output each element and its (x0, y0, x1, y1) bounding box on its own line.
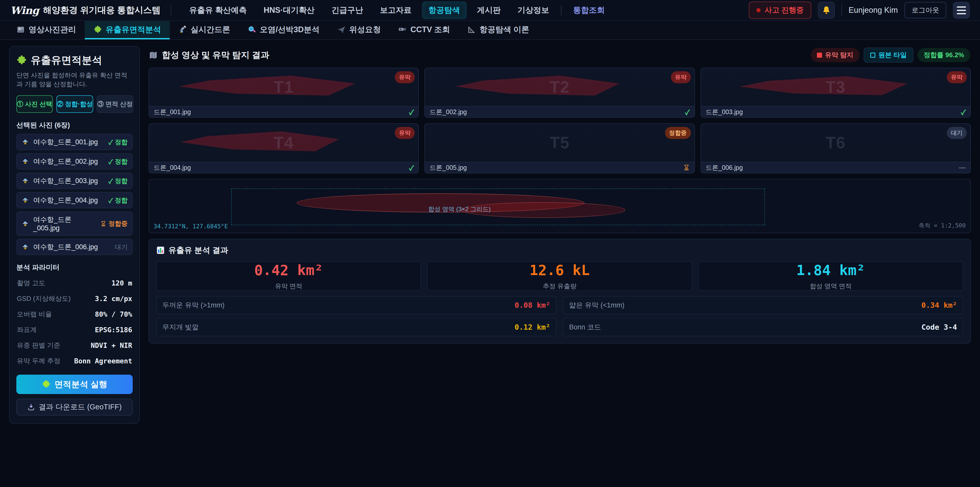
tile-filename: 드론_004.jpg (154, 163, 191, 172)
tab-realtime-drone[interactable]: 실시간드론 (170, 21, 239, 39)
tab-aerial-theory[interactable]: 항공탐색 이론 (458, 21, 538, 39)
map-icon (149, 51, 158, 60)
stat-oil-area: 0.42 km² 유막 면적 (156, 261, 421, 291)
map-scale: 축척 = 1:2,500 (919, 222, 966, 230)
tile-id: T3 (701, 68, 970, 106)
detail-grid: 두꺼운 유막 (>1mm) 0.08 km² 얇은 유막 (<1mm) 0.34… (156, 296, 963, 336)
tab-pollution-3d[interactable]: 오염/선박3D분석 (239, 21, 328, 39)
tile-bar: 드론_003.jpg ✓ (701, 106, 970, 117)
photo-filename: 여수항_드론_001.jpg (33, 137, 104, 147)
stat-cards: 0.42 km² 유막 면적 12.6 kL 추정 유출량 1.84 km² 합… (156, 261, 963, 291)
sidebar-title: 유출유면적분석 (30, 53, 102, 67)
step-select-photos[interactable]: ① 사진 선택 (16, 95, 53, 113)
filled-square-icon (817, 53, 822, 58)
logout-button[interactable]: 로그아웃 (904, 2, 946, 18)
menu-item-oil-spread[interactable]: 유출유 확산예측 (183, 1, 253, 19)
notifications-button[interactable] (818, 2, 835, 19)
menu-item-hns[interactable]: HNS·대기확산 (257, 1, 321, 19)
param-label: GSD (지상해상도) (17, 294, 71, 303)
tile-image: T5 정합중 (425, 124, 694, 162)
tab-oil-area-analysis[interactable]: 유출유면적분석 (85, 21, 170, 39)
composite-map-panel: 합성 영역 (3×2 그리드) 34.7312°N, 127.6845°E 축척… (148, 179, 971, 233)
photo-filename: 여수항_드론_005.jpg (33, 215, 96, 232)
detail-value: 0.34 km² (921, 301, 957, 310)
photo-filename: 여수항_드론_004.jpg (33, 196, 104, 205)
photo-list-item[interactable]: 여수항_드론_005.jpg 정합중 (16, 211, 133, 236)
photo-status: ✓정합 (108, 137, 127, 147)
tile-id: T2 (425, 68, 694, 106)
incident-dot-icon (756, 8, 760, 12)
tab-cctv[interactable]: CCTV 조회 (390, 21, 458, 39)
legend-source-tile: 원본 타일 (864, 48, 913, 62)
hourglass-icon (683, 164, 690, 171)
tile-status-check: ✓ (685, 107, 690, 117)
drone-icon (21, 243, 29, 251)
puzzle-icon (94, 25, 102, 34)
menu-item-reports[interactable]: 보고자료 (373, 1, 418, 19)
tile-status-check: ✓ (961, 107, 966, 117)
hamburger-icon (957, 6, 966, 14)
detail-thin-slick: 얇은 유막 (<1mm) 0.34 km² (563, 296, 963, 315)
menu-item-weather[interactable]: 기상정보 (511, 1, 556, 19)
legend-match-rate: 정합률 96.2% (918, 48, 970, 62)
tile-id: T1 (149, 68, 418, 106)
incident-status-badge: 사고 진행중 (749, 2, 811, 19)
navbar-right: 사고 진행중 Eunjeong Kim 로그아웃 (749, 2, 970, 19)
step-align-composite[interactable]: ② 정합·합성 (56, 95, 93, 113)
photo-list-item[interactable]: 여수항_드론_006.jpg 대기 (16, 239, 133, 255)
param-row: 오버랩 비율 80% / 70% (16, 307, 133, 321)
legend: 유막 탐지 원본 타일 정합률 96.2% (811, 48, 970, 62)
menu-item-aerial-search[interactable]: 항공탐색 (422, 1, 467, 19)
photo-list-item[interactable]: 여수항_드론_003.jpg ✓정합 (16, 172, 133, 189)
step-area-estimation[interactable]: ③ 면적 산정 (97, 95, 133, 113)
tile-badge: 유막 (947, 71, 967, 83)
download-result-button[interactable]: 결과 다운로드 (GeoTIFF) (16, 399, 133, 415)
tile-t3[interactable]: T3 유막 드론_003.jpg ✓ (700, 68, 971, 118)
tab-photo-management[interactable]: 영상사진관리 (8, 21, 85, 39)
menu-item-rescue[interactable]: 긴급구난 (325, 1, 370, 19)
tile-image: T2 유막 (425, 68, 694, 106)
params-title: 분석 파라미터 (16, 263, 133, 272)
param-value: Bonn Agreement (74, 357, 132, 365)
main-panel: 합성 영상 및 유막 탐지 결과 유막 탐지 원본 타일 정합률 96.2% T… (148, 46, 971, 343)
results-title-row: 유출유 분석 결과 (156, 245, 963, 255)
composite-area-label: 합성 영역 (3×2 그리드) (428, 205, 491, 213)
tile-filename: 드론_005.jpg (430, 163, 467, 172)
detail-rainbow-sheen: 무지개 빛깔 0.12 km² (156, 318, 556, 336)
detail-label: Bonn 코드 (569, 323, 601, 332)
tile-filename: 드론_003.jpg (706, 108, 743, 116)
tile-t5[interactable]: T5 정합중 드론_005.jpg (425, 123, 695, 173)
param-row: 촬영 고도 120 m (16, 276, 133, 290)
run-analysis-button[interactable]: 면적분석 실행 (16, 375, 133, 394)
tile-t1[interactable]: T1 유막 드론_001.jpg ✓ (148, 68, 419, 118)
check-icon: ✓ (108, 157, 113, 166)
menu-item-board[interactable]: 게시판 (470, 1, 508, 19)
check-icon: ✓ (108, 196, 113, 205)
detail-label: 무지개 빛깔 (162, 323, 199, 332)
analysis-sidebar: 유출유면적분석 단면 사진을 합성하여 유출유 확산 면적과 기름 양을 산정합… (9, 46, 140, 424)
tile-badge: 유막 (395, 71, 415, 83)
tile-badge: 대기 (947, 127, 967, 139)
photo-list-item[interactable]: 여수항_드론_004.jpg ✓정합 (16, 192, 133, 208)
tile-t4[interactable]: T4 유막 드론_004.jpg ✓ (148, 123, 419, 173)
ruler-icon (467, 25, 476, 34)
tile-filename: 드론_006.jpg (706, 163, 743, 172)
photo-list-item[interactable]: 여수항_드론_002.jpg ✓정합 (16, 153, 133, 169)
tab-satellite-request[interactable]: 위성요청 (328, 21, 390, 39)
sidebar-title-row: 유출유면적분석 (16, 53, 133, 67)
tile-t2[interactable]: T2 유막 드론_002.jpg ✓ (425, 68, 695, 118)
tile-t6[interactable]: T6 대기 드론_006.jpg — (700, 123, 971, 173)
menu-item-integrated-search[interactable]: 통합조회 (566, 1, 611, 19)
param-row: GSD (지상해상도) 3.2 cm/px (16, 292, 133, 306)
main-header: 합성 영상 및 유막 탐지 결과 유막 탐지 원본 타일 정합률 96.2% (149, 48, 970, 62)
puzzle-icon (16, 55, 27, 65)
photo-list-item[interactable]: 여수항_드론_001.jpg ✓정합 (16, 134, 133, 150)
app-menu-button[interactable] (953, 2, 970, 19)
map-coordinates: 34.7312°N, 127.6845°E (154, 223, 228, 230)
satellite-icon (178, 25, 187, 34)
detail-value: 0.12 km² (514, 323, 550, 332)
drone-icon (21, 220, 29, 228)
detail-value: Code 3-4 (921, 323, 957, 332)
tile-bar: 드론_006.jpg — (701, 162, 970, 173)
outline-square-icon (870, 53, 875, 58)
